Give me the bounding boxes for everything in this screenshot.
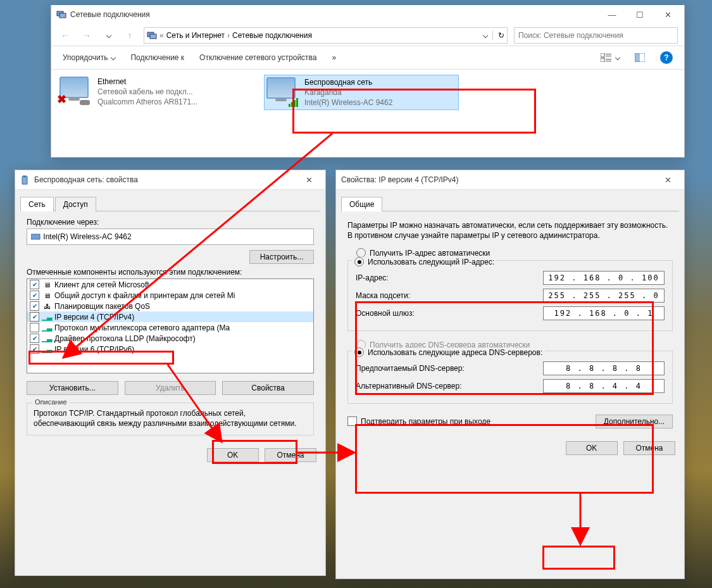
adapter-device: Intel(R) Wireless-AC 9462 [304,97,392,108]
list-item[interactable]: ✔▁▃Драйвер протокола LLDP (Майкрософт) [27,333,313,344]
description-group: Описание Протокол TCP/IP. Стандартный пр… [27,403,314,435]
tab-sharing[interactable]: Доступ [55,197,96,211]
subnet-mask-input[interactable]: 255 . 255 . 255 . 0 [543,289,665,303]
dns2-label: Альтернативный DNS-сервер: [356,382,462,391]
titlebar[interactable]: Свойства: IP версии 4 (TCP/IPv4) ✕ [336,170,684,190]
window-title: Свойства: IP версии 4 (TCP/IPv4) [341,175,654,184]
svg-rect-7 [601,58,604,62]
radio-manual-ip[interactable] [354,257,364,266]
gateway-label: Основной шлюз: [356,309,415,318]
maximize-button[interactable]: ☐ [626,5,654,24]
file-area[interactable]: ✖ Ethernet Сетевой кабель не подкл... Qu… [51,70,684,115]
gateway-input[interactable]: 192 . 168 . 0 . 1 [543,306,665,320]
connect-using-label: Подключение через: [27,218,314,227]
forward-button[interactable]: → [79,28,94,43]
list-item[interactable]: ✔🖥Клиент для сетей Microsoft [27,279,313,290]
crumb-1[interactable]: Сеть и Интернет [166,31,225,40]
network-connections-window: Сетевые подключения — ☐ ✕ ← → ↑ « Сеть и… [51,5,685,158]
tabs: Общие [341,196,679,211]
search-input[interactable]: Поиск: Сетевые подключения [514,27,678,44]
radio-auto-ip[interactable]: Получить IP-адрес автоматически [356,248,673,258]
list-item[interactable]: ✔▁▃IP версии 6 (TCP/IPv6) [27,344,313,354]
list-item[interactable]: ✔🖧Планировщик пакетов QoS [27,301,313,311]
window-title: Беспроводная сеть: свойства [34,175,295,184]
organize-menu[interactable]: Упорядочить [58,51,120,65]
svg-rect-12 [31,234,40,239]
preferred-dns-input[interactable]: 8 . 8 . 8 . 8 [543,361,665,375]
uninstall-button: Удалить [125,381,216,395]
svg-rect-6 [606,56,611,56]
validate-checkbox[interactable]: Подтвердить параметры при выходе [347,416,490,426]
address-dropdown[interactable] [483,32,488,37]
tabs: Сеть Доступ [20,196,320,211]
adapter-properties-dialog: Беспроводная сеть: свойства ✕ Сеть Досту… [15,170,326,576]
dns1-label: Предпочитаемый DNS-сервер: [356,364,465,373]
wireless-icon [266,77,298,106]
mask-label: Маска подсети: [356,291,410,300]
close-button[interactable]: ✕ [654,170,682,189]
ok-button[interactable]: OK [566,441,618,455]
list-item[interactable]: ▁▃Протокол мультиплексора сетевого адапт… [27,322,313,333]
radio-manual-dns[interactable] [354,347,364,357]
adapter-name: Ethernet [97,77,197,87]
description-text: Протокол TCP/IP. Стандартный протокол гл… [34,408,307,428]
cancel-button[interactable]: Отмена [623,441,675,455]
ethernet-icon: ✖ [59,77,91,105]
refresh-icon[interactable]: ↻ [498,31,504,40]
list-item-ipv4[interactable]: ✔▁▃IP версии 4 (TCP/IPv4) [27,311,313,322]
adapter-field: Intel(R) Wireless-AC 9462 [27,228,314,245]
adapter-wireless[interactable]: Беспроводная сеть Karaganda Intel(R) Wir… [264,75,459,110]
titlebar[interactable]: Беспроводная сеть: свойства ✕ [15,170,325,190]
connect-to-menu[interactable]: Подключение к [125,51,189,65]
components-list[interactable]: ✔🖥Клиент для сетей Microsoft ✔🖥Общий дос… [27,278,314,373]
crumb-2[interactable]: Сетевые подключения [232,31,312,40]
manual-dns-group: Использовать следующие адреса DNS-сервер… [347,351,673,404]
tab-network[interactable]: Сеть [20,197,54,211]
close-button[interactable]: ✕ [654,5,682,24]
address-bar-row: ← → ↑ « Сеть и Интернет › Сетевые подклю… [51,25,684,46]
adapter-status: Karaganda [304,87,392,97]
adapter-ethernet[interactable]: ✖ Ethernet Сетевой кабель не подкл... Qu… [58,75,239,110]
ok-button[interactable]: OK [207,448,259,462]
up-button[interactable]: ↑ [122,28,137,43]
svg-rect-8 [606,59,611,59]
svg-rect-9 [606,61,611,61]
install-button[interactable]: Установить... [27,381,118,395]
ip-label: IP-адрес: [356,273,389,282]
properties-button[interactable]: Свойства [222,381,314,395]
recent-button[interactable] [101,28,116,43]
crumb-root: « [159,31,164,40]
advanced-button[interactable]: Дополнительно... [596,415,673,428]
window-icon [56,9,66,20]
svg-rect-5 [606,54,611,54]
svg-rect-11 [635,53,640,62]
configure-button[interactable]: Настроить... [249,250,314,264]
adapter-name: Беспроводная сеть [304,77,392,87]
disable-device-menu[interactable]: Отключение сетевого устройства [194,51,322,65]
list-item[interactable]: ✔🖥Общий доступ к файлам и принтерам для … [27,290,313,301]
help-button[interactable]: ? [655,49,678,66]
titlebar[interactable]: Сетевые подключения — ☐ ✕ [51,5,684,25]
tab-general[interactable]: Общие [341,197,382,211]
components-label: Отмеченные компоненты используются этим … [27,268,314,277]
window-title: Сетевые подключения [70,10,598,19]
cancel-button[interactable]: Отмена [265,448,316,462]
view-details-icon[interactable] [630,51,650,65]
toolbar: Упорядочить Подключение к Отключение сет… [51,46,684,70]
view-large-icon[interactable] [596,51,625,65]
ip-address-input[interactable]: 192 . 168 . 0 . 100 [543,271,665,285]
adapter-device: Qualcomm Atheros AR8171... [97,97,197,107]
help-text: Параметры IP можно назначать автоматичес… [347,220,673,241]
svg-rect-3 [150,34,156,39]
ipv4-properties-dialog: Свойства: IP версии 4 (TCP/IPv4) ✕ Общие… [335,170,685,579]
minimize-button[interactable]: — [598,5,626,24]
svg-rect-4 [601,53,604,57]
toolbar-overflow[interactable]: » [327,51,342,65]
close-button[interactable]: ✕ [295,170,323,189]
window-icon [20,175,30,185]
address-bar[interactable]: « Сеть и Интернет › Сетевые подключения … [144,27,508,44]
back-button[interactable]: ← [58,28,73,43]
alternate-dns-input[interactable]: 8 . 8 . 4 . 4 [543,379,665,393]
adapter-status: Сетевой кабель не подкл... [97,87,197,97]
manual-ip-group: Использовать следующий IP-адрес: IP-адре… [347,260,673,331]
